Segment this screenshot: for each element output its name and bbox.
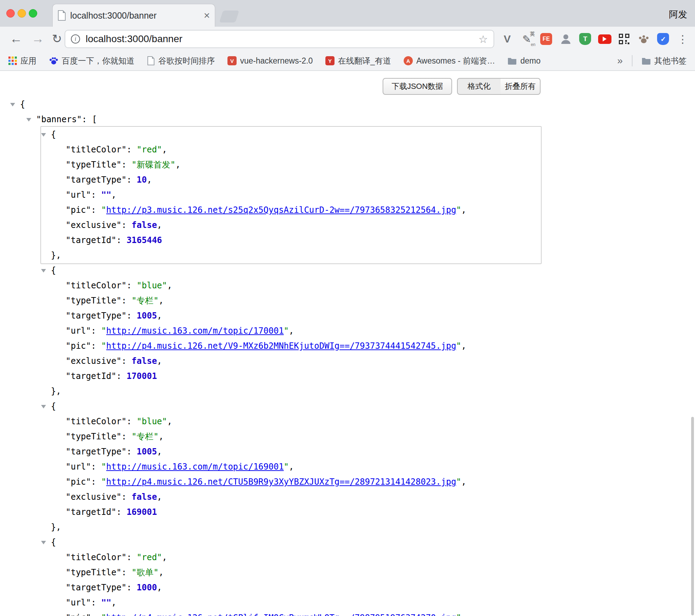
collapse-toggle-icon[interactable] — [10, 103, 15, 106]
youtube-extension-icon[interactable] — [597, 32, 612, 46]
collapse-toggle-icon[interactable] — [41, 541, 46, 544]
other-bookmarks-folder[interactable]: 其他书签 — [642, 55, 687, 66]
json-number: 3165446 — [126, 235, 162, 245]
json-empty-string: "" — [101, 598, 111, 608]
json-key: "typeTitle" — [66, 160, 121, 170]
browser-menu-icon[interactable]: ⋮ — [675, 32, 690, 46]
bookmark-baidu[interactable]: 百度一下，你就知道 — [49, 55, 134, 66]
vimium-extension-icon[interactable]: V — [500, 32, 515, 46]
page-info-icon[interactable]: i — [71, 34, 80, 44]
play-icon — [603, 37, 607, 41]
json-brace: { — [51, 537, 56, 547]
collapse-toggle-icon[interactable] — [41, 133, 46, 137]
reload-button[interactable]: ↻ — [52, 31, 62, 46]
back-button[interactable]: ← — [10, 31, 22, 46]
json-comma: , — [159, 296, 164, 306]
format-button[interactable]: 格式化 — [457, 78, 501, 95]
json-key: "exclusive" — [66, 220, 121, 230]
json-brace: }, — [51, 522, 61, 532]
json-line: "typeTitle": "专栏", — [0, 293, 695, 308]
json-string: "新碟首发" — [132, 160, 176, 170]
json-colon: : — [117, 235, 127, 245]
json-colon: : — [91, 205, 101, 215]
collapse-toggle-icon[interactable] — [41, 269, 46, 273]
json-comma: , — [289, 462, 294, 472]
json-boolean: false — [132, 356, 157, 366]
collapse-toggle-icon[interactable] — [41, 405, 46, 408]
window-minimize-button[interactable] — [18, 9, 26, 18]
paw-extension-icon[interactable] — [636, 32, 651, 46]
json-line: "typeTitle": "歌单", — [0, 565, 695, 580]
json-key: "url" — [66, 190, 91, 200]
json-line: "exclusive": false, — [0, 354, 695, 369]
json-colon: : — [126, 583, 137, 592]
json-line: "targetType": 1005, — [0, 444, 695, 459]
shield-t-extension-icon[interactable]: T — [578, 32, 593, 46]
address-bar[interactable]: i localhost:3000/banner ☆ — [65, 30, 494, 48]
url-text[interactable]: localhost:3000/banner — [86, 33, 478, 45]
json-comma: , — [461, 205, 466, 215]
json-line: "pic": "http://p3.music.126.net/s25q2x5Q… — [0, 203, 695, 218]
shield-check-extension-icon[interactable]: ✓ — [656, 32, 670, 46]
json-brace: { — [51, 266, 56, 275]
json-line: "pic": "http://p4.music.126.net/V9-MXz6b… — [0, 339, 695, 354]
json-key: "targetType" — [66, 175, 126, 185]
collapse-toggle-icon[interactable] — [26, 118, 31, 122]
json-link[interactable]: http://music.163.com/m/topic/170001 — [106, 326, 284, 336]
fe-extension-icon[interactable]: FE — [539, 32, 554, 46]
json-link[interactable]: http://p4.music.126.net/V9-MXz6b2MNhEKju… — [106, 341, 456, 351]
json-key: "pic" — [66, 205, 91, 215]
collapse-all-button[interactable]: 折叠所有 — [501, 78, 541, 95]
bookmark-awesomes[interactable]: A Awesomes - 前端资… — [404, 55, 495, 66]
json-quote: " — [101, 477, 106, 487]
json-line: "banners": [ — [0, 112, 695, 127]
qr-code-icon — [619, 34, 629, 44]
json-colon: : — [126, 552, 137, 562]
json-line: "url": "http://music.163.com/m/topic/169… — [0, 459, 695, 474]
profile-name[interactable]: 阿发 — [669, 8, 687, 21]
bookmark-youdao-translate[interactable]: Y 在线翻译_有道 — [325, 55, 391, 66]
download-json-button[interactable]: 下载JSON数据 — [383, 78, 452, 95]
new-tab-button[interactable] — [219, 11, 239, 22]
json-brace: { — [51, 130, 56, 139]
document-icon — [147, 56, 155, 65]
json-key: "exclusive" — [66, 492, 121, 502]
bookmark-apps[interactable]: 应用 — [8, 55, 37, 66]
bookmark-vue-hackernews[interactable]: V vue-hackernews-2.0 — [227, 56, 313, 66]
json-colon: : — [91, 190, 101, 200]
json-comma: , — [157, 492, 162, 502]
bookmark-google-sort[interactable]: 谷歌按时间排序 — [147, 55, 215, 66]
json-number: 1000 — [137, 583, 157, 592]
json-key: "typeTitle" — [66, 568, 121, 577]
qr-code-extension-icon[interactable] — [617, 32, 631, 46]
json-link[interactable]: http://p4.music.126.net/tGPljf-IMOCyPvum… — [106, 613, 456, 616]
scrollbar-thumb[interactable] — [691, 417, 694, 615]
json-link[interactable]: http://music.163.com/m/topic/169001 — [106, 462, 284, 472]
apps-grid-icon — [8, 57, 17, 65]
json-colon: : — [126, 311, 137, 321]
json-line: { — [0, 263, 695, 278]
tab-close-icon[interactable]: × — [204, 10, 210, 21]
bookmarks-bar-right: » 其他书签 — [617, 55, 687, 66]
json-line: "targetId": 3165446 — [0, 233, 695, 248]
person-extension-icon[interactable] — [558, 32, 573, 46]
json-colon: : — [121, 160, 132, 170]
json-key: "url" — [66, 462, 91, 472]
json-colon: : — [121, 432, 132, 441]
bookmarks-overflow-chevron[interactable]: » — [617, 55, 623, 66]
translate-pen-extension-icon[interactable]: ✎ 英 en — [519, 32, 534, 46]
bookmark-label: demo — [520, 56, 541, 66]
bookmark-star-icon[interactable]: ☆ — [478, 33, 488, 45]
bookmark-demo-folder[interactable]: demo — [508, 56, 541, 66]
json-key: "titleColor" — [66, 281, 126, 290]
json-key: "typeTitle" — [66, 296, 121, 306]
json-key: "exclusive" — [66, 356, 121, 366]
browser-tab[interactable]: localhost:3000/banner × — [53, 4, 215, 27]
window-close-button[interactable] — [6, 9, 15, 18]
json-link[interactable]: http://p3.music.126.net/s25q2x5QyqsAzilC… — [106, 205, 456, 215]
json-link[interactable]: http://p4.music.126.net/CTU5B9R9y3XyYBZX… — [106, 477, 456, 487]
json-comma: , — [157, 220, 162, 230]
json-number: 1005 — [137, 447, 157, 457]
window-zoom-button[interactable] — [29, 9, 37, 18]
forward-button[interactable]: → — [32, 31, 44, 46]
